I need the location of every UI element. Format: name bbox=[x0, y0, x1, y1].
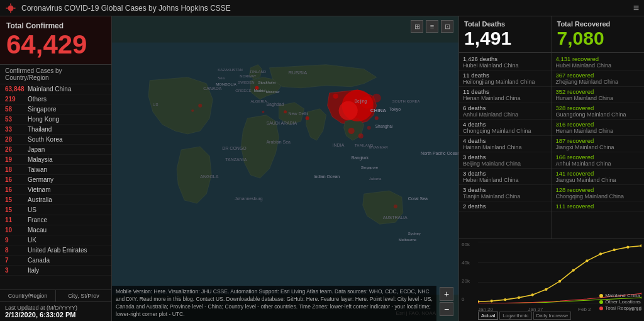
svg-text:Singapore: Singapore bbox=[361, 166, 379, 169]
svg-point-16 bbox=[367, 126, 371, 130]
country-item[interactable]: 15US bbox=[0, 205, 111, 215]
country-count: 16 bbox=[5, 186, 28, 193]
recovered-item: 128 recoveredChongqing Mainland China bbox=[552, 185, 645, 201]
recovered-location: Chongqing Mainland China bbox=[556, 193, 641, 200]
total-confirmed-box: Total Confirmed 64,429 bbox=[0, 16, 111, 65]
country-item[interactable]: 9UK bbox=[0, 235, 111, 245]
svg-text:TANZANIA: TANZANIA bbox=[225, 157, 247, 162]
svg-point-18 bbox=[262, 111, 264, 113]
y-axis-label: 60k bbox=[462, 242, 477, 247]
svg-point-0 bbox=[8, 5, 14, 11]
svg-text:Arabian Sea: Arabian Sea bbox=[266, 140, 291, 144]
country-item[interactable]: 18Taiwan bbox=[0, 165, 111, 175]
tab-city-prov[interactable]: City, St/Prov bbox=[56, 290, 111, 301]
menu-icon[interactable]: ≡ bbox=[633, 3, 639, 14]
death-count: 3 deaths bbox=[463, 170, 548, 177]
virus-icon bbox=[5, 3, 16, 14]
last-updated-value: 2/13/2020, 6:33:02 PM bbox=[5, 311, 106, 318]
map-share-icon[interactable]: ⊡ bbox=[441, 20, 453, 33]
country-item[interactable]: 3Italy bbox=[0, 266, 111, 276]
svg-point-20 bbox=[394, 205, 397, 208]
chart-tab[interactable]: Logarithmic bbox=[499, 312, 531, 320]
country-name: Singapore bbox=[28, 106, 57, 113]
svg-text:THAILAND: THAILAND bbox=[355, 144, 374, 147]
country-name: Germany bbox=[28, 176, 53, 183]
svg-text:SOUTH KOREA: SOUTH KOREA bbox=[392, 99, 420, 103]
tab-country-region[interactable]: Country/Region bbox=[0, 290, 56, 301]
map-footer: Mobile Version: Here. Visualization: JHU… bbox=[112, 286, 436, 321]
country-item[interactable]: 10Macau bbox=[0, 225, 111, 235]
recovered-list: 4,131 recoveredHubei Mainland China367 r… bbox=[552, 53, 645, 239]
country-item[interactable]: 16Vietnam bbox=[0, 185, 111, 195]
svg-point-71 bbox=[545, 288, 547, 291]
legend-item: Total Recovered bbox=[599, 305, 641, 311]
death-item: 11 deathsHeilongjiang Mainland China bbox=[459, 70, 552, 87]
svg-text:NORWAY: NORWAY bbox=[240, 74, 256, 78]
death-location: Anhui Mainland China bbox=[463, 111, 548, 118]
death-item: 4 deathsHainan Mainland China bbox=[459, 136, 552, 152]
recovered-item: 111 recovered bbox=[552, 201, 645, 211]
svg-text:Madrid: Madrid bbox=[253, 89, 265, 93]
svg-text:New Delhi: New Delhi bbox=[289, 111, 309, 116]
svg-point-14 bbox=[348, 128, 355, 134]
death-count: 3 deaths bbox=[463, 186, 548, 193]
country-item[interactable]: 28South Korea bbox=[0, 135, 111, 145]
death-location: Hubei Mainland China bbox=[463, 62, 548, 69]
country-item[interactable]: 19Malaysia bbox=[0, 155, 111, 165]
stats-row: Total Deaths 1,491 Total Recovered 7,080 bbox=[459, 16, 644, 53]
death-location: Beijing Mainland China bbox=[463, 160, 548, 167]
country-item[interactable]: 63,848Mainland China bbox=[0, 84, 111, 94]
death-location: Tianjin Mainland China bbox=[463, 193, 548, 200]
recovered-count: 316 recovered bbox=[556, 121, 641, 128]
recovered-item: 367 recoveredZhejiang Mainland China bbox=[552, 70, 645, 87]
death-count: 11 deaths bbox=[463, 88, 548, 95]
recovered-item: 187 recoveredJiangxi Mainland China bbox=[552, 136, 645, 152]
recovered-count: 367 recovered bbox=[556, 72, 641, 79]
zoom-out-button[interactable]: − bbox=[440, 302, 453, 316]
svg-point-75 bbox=[599, 252, 602, 255]
chart-tab[interactable]: Actual bbox=[478, 312, 498, 320]
deaths-panel: Total Deaths 1,491 bbox=[459, 16, 552, 52]
country-list: 63,848Mainland China219Others58Singapore… bbox=[0, 84, 111, 290]
country-item[interactable]: 58Singapore bbox=[0, 104, 111, 115]
recovered-label: Total Recovered bbox=[557, 20, 640, 28]
map-grid-icon[interactable]: ⊞ bbox=[411, 20, 423, 33]
right-panels: Total Deaths 1,491 Total Recovered 7,080… bbox=[458, 16, 644, 321]
svg-point-76 bbox=[613, 249, 616, 251]
country-item[interactable]: 219Others bbox=[0, 94, 111, 104]
recovered-count: 4,131 recovered bbox=[556, 55, 641, 62]
country-item[interactable]: 11France bbox=[0, 215, 111, 225]
svg-text:Melbourne: Melbourne bbox=[399, 238, 417, 242]
svg-point-74 bbox=[586, 259, 588, 262]
svg-text:SWEDEN: SWEDEN bbox=[238, 81, 254, 84]
legend-dot bbox=[599, 294, 603, 298]
country-item[interactable]: 16Germany bbox=[0, 175, 111, 185]
recovered-count: 328 recovered bbox=[556, 104, 641, 111]
country-item[interactable]: 26Japan bbox=[0, 145, 111, 155]
svg-point-12 bbox=[333, 94, 338, 99]
map-list-icon[interactable]: ≡ bbox=[426, 20, 438, 33]
recovered-item: 328 recoveredGuangdong Mainland China bbox=[552, 103, 645, 120]
country-item[interactable]: 8United Arab Emirates bbox=[0, 245, 111, 256]
country-name: Thailand bbox=[28, 126, 52, 133]
legend-label: Mainland China bbox=[605, 293, 640, 298]
country-item[interactable]: 15Australia bbox=[0, 195, 111, 205]
country-name: Canada bbox=[28, 257, 50, 264]
svg-text:FINLAND: FINLAND bbox=[250, 70, 266, 74]
svg-text:North Pacific Ocean: North Pacific Ocean bbox=[421, 151, 458, 155]
country-count: 63,848 bbox=[5, 86, 28, 93]
country-item[interactable]: 7Canada bbox=[0, 256, 111, 266]
zoom-in-button[interactable]: + bbox=[440, 287, 453, 301]
app-header: Coronavirus COVID-19 Global Cases by Joh… bbox=[0, 0, 644, 16]
country-count: 28 bbox=[5, 136, 28, 143]
chart-tab[interactable]: Daily Increase bbox=[533, 312, 572, 320]
country-item[interactable]: 33Thailand bbox=[0, 125, 111, 135]
svg-text:INDIA: INDIA bbox=[333, 143, 345, 147]
deaths-label: Total Deaths bbox=[464, 20, 547, 28]
death-item: 3 deathsTianjin Mainland China bbox=[459, 185, 552, 201]
svg-text:KAZAKHSTAN: KAZAKHSTAN bbox=[218, 68, 243, 72]
country-item[interactable]: 53Hong Kong bbox=[0, 115, 111, 125]
recovered-count: 187 recovered bbox=[556, 137, 641, 144]
svg-point-21 bbox=[191, 110, 194, 112]
country-count: 18 bbox=[5, 166, 28, 173]
